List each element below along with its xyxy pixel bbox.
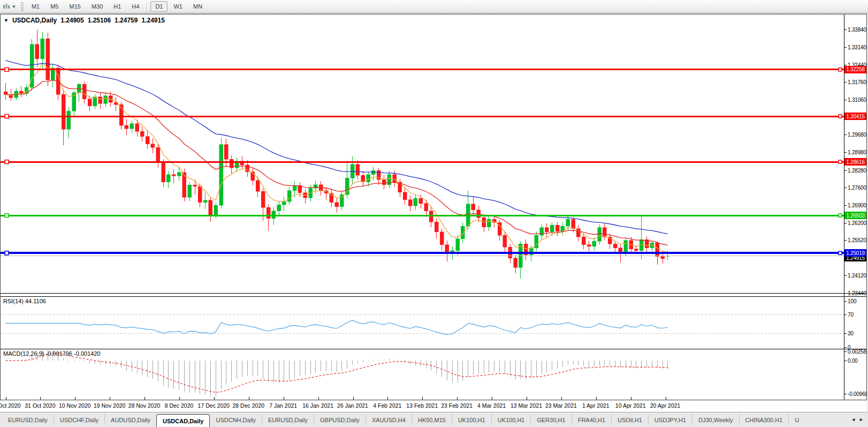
svg-text:1.25520: 1.25520: [848, 237, 866, 243]
tab-usdcnh-daily-4[interactable]: USDCNH,Daily: [210, 414, 262, 425]
chart-window[interactable]: 1.338401.331401.324401.317601.310601.303…: [0, 14, 867, 400]
hline-handle-right: [839, 251, 842, 254]
svg-text:1.33840: 1.33840: [848, 27, 866, 33]
rsi-line: [6, 320, 668, 334]
svg-text:70: 70: [848, 312, 854, 318]
chart-symbol-label: USDCAD,Daily: [12, 17, 57, 24]
tab-china300-h1-16[interactable]: CHINA300,H1: [739, 414, 789, 425]
chart-tab-bar: EURUSD,DailyUSDCHF,DailyAUDUSD,DailyUSDC…: [0, 412, 868, 427]
close-value: 1.24915: [141, 17, 164, 24]
tab-eurusd-daily-5[interactable]: EURUSD,Daily: [262, 414, 314, 425]
svg-text:1.28280: 1.28280: [848, 168, 866, 174]
svg-text:0.00258: 0.00258: [848, 349, 866, 355]
tab-audusd-daily-2[interactable]: AUDUSD,Daily: [104, 414, 156, 425]
svg-text:100: 100: [848, 298, 857, 304]
svg-text:1.31760: 1.31760: [848, 79, 866, 85]
toolbar-grip[interactable]: [21, 2, 24, 11]
chart-title: ▼ USDCAD,Daily 1.24905 1.25106 1.24759 1…: [4, 17, 165, 24]
rsi-label: RSI(14) 44.1106: [3, 298, 46, 304]
chart-tool-icon[interactable]: [2, 2, 11, 11]
timeframe-w1-button[interactable]: W1: [169, 1, 187, 12]
tab-xauusd-h4-7[interactable]: XAUUSD,H4: [366, 414, 412, 425]
macd-signal-line: [6, 353, 668, 392]
svg-text:1.28980: 1.28980: [848, 149, 866, 155]
date-label: 20 Apr 2021: [641, 402, 689, 409]
low-value: 1.24759: [115, 17, 138, 24]
timeframe-m15-button[interactable]: M15: [64, 1, 85, 12]
tab-scroll-right-icon[interactable]: ►: [859, 417, 864, 422]
svg-text:1.25019: 1.25019: [846, 250, 865, 256]
svg-text:1.26503: 1.26503: [846, 213, 865, 219]
tab-eurusd-daily-0[interactable]: EURUSD,Daily: [2, 414, 54, 425]
hline-handle-left: [5, 160, 9, 164]
tab-gbpusd-daily-6[interactable]: GBPUSD,Daily: [314, 414, 366, 425]
hline-handle-left: [5, 214, 9, 218]
trading-platform: { "toolbar": { "timeframes": ["M1","M5",…: [0, 0, 868, 427]
tab-usdcad-daily-3[interactable]: USDCAD,Daily: [156, 414, 210, 427]
chart-tool-dropdown-icon[interactable]: ▼: [12, 4, 16, 9]
rsi-pane-layer: [1, 315, 844, 335]
tab-u-17[interactable]: U: [788, 414, 799, 425]
svg-text:1.23440: 1.23440: [848, 290, 866, 296]
svg-text:1.30415: 1.30415: [846, 114, 865, 119]
tab-hk50-m15-8[interactable]: HK50,M15: [412, 414, 452, 425]
timeframe-m1-button[interactable]: M1: [27, 1, 44, 12]
svg-text:1.24120: 1.24120: [848, 273, 866, 279]
timeframe-mn-button[interactable]: MN: [188, 1, 207, 12]
date-axis[interactable]: 22 Oct 202031 Oct 202010 Nov 202019 Nov …: [0, 401, 867, 411]
tab-uk100-h1-10[interactable]: UK100,H1: [491, 414, 531, 425]
tab-usdchf-daily-1[interactable]: USDCHF,Daily: [54, 414, 104, 425]
svg-text:1.28616: 1.28616: [846, 159, 865, 165]
hline-handle-right: [839, 160, 842, 163]
tab-ger30-h1-11[interactable]: GER30,H1: [530, 414, 571, 425]
svg-text:0.00: 0.00: [848, 358, 858, 364]
tab-fra40-h1-12[interactable]: FRA40,H1: [572, 414, 611, 425]
open-value: 1.24905: [60, 17, 83, 24]
tab-scroll-left-icon[interactable]: ◄: [851, 417, 856, 422]
tab-usdjpy-h1-14[interactable]: USDJPY,H1: [648, 414, 692, 425]
svg-text:1.27600: 1.27600: [848, 185, 866, 191]
svg-text:1.33140: 1.33140: [848, 44, 866, 50]
timeframe-m5-button[interactable]: M5: [45, 1, 63, 12]
price-labels[interactable]: 1.249151.322581.304151.286161.265031.250…: [844, 66, 866, 261]
svg-text:1.26900: 1.26900: [848, 203, 866, 208]
tab-usoil-h1-13[interactable]: USOil,H1: [611, 414, 648, 425]
timeframe-buttons: M1M5M15M30H1H4D1W1MN: [26, 1, 208, 12]
svg-text:1.29680: 1.29680: [848, 132, 866, 138]
symbol-dropdown-icon[interactable]: ▼: [4, 18, 9, 23]
horizontal-levels-layer[interactable]: [1, 68, 844, 254]
macd-pane-layer: [6, 350, 668, 396]
hline-handle-right: [839, 68, 842, 71]
timeframe-toolbar: ▼ M1M5M15M30H1H4D1W1MN: [0, 0, 868, 13]
svg-text:1.26200: 1.26200: [848, 220, 866, 226]
timeframe-d1-button[interactable]: D1: [150, 1, 167, 12]
tab-dj30-weekly-15[interactable]: DJ30,Weekly: [692, 414, 739, 425]
svg-text:1.32258: 1.32258: [846, 66, 865, 72]
timeframe-h1-button[interactable]: H1: [109, 1, 126, 12]
chart-canvas[interactable]: 1.338401.331401.324401.317601.310601.303…: [1, 14, 866, 400]
high-value: 1.25106: [88, 17, 111, 24]
hline-handle-left: [5, 251, 9, 255]
candles-layer: [4, 29, 669, 278]
svg-text:30: 30: [848, 331, 854, 336]
hline-handle-right: [839, 115, 842, 118]
ohlc-readout: 1.24905 1.25106 1.24759 1.24915: [60, 17, 165, 24]
hline-handle-left: [5, 115, 9, 118]
macd-label: MACD(12,26,9) -0.001796 -0.001420: [3, 350, 101, 357]
pane-borders: [1, 14, 866, 400]
hline-handle-left: [5, 68, 9, 71]
timeframe-m30-button[interactable]: M30: [87, 1, 108, 12]
timeframe-h4-button[interactable]: H4: [127, 1, 144, 12]
svg-text:1.31060: 1.31060: [848, 97, 866, 103]
svg-text:-0.009687: -0.009687: [848, 391, 866, 397]
tab-scroll-arrows: ◄►: [847, 414, 868, 425]
toolbar-separator: [147, 2, 148, 11]
hline-handle-right: [839, 214, 842, 217]
tab-uk100-h1-9[interactable]: UK100,H1: [452, 414, 491, 425]
